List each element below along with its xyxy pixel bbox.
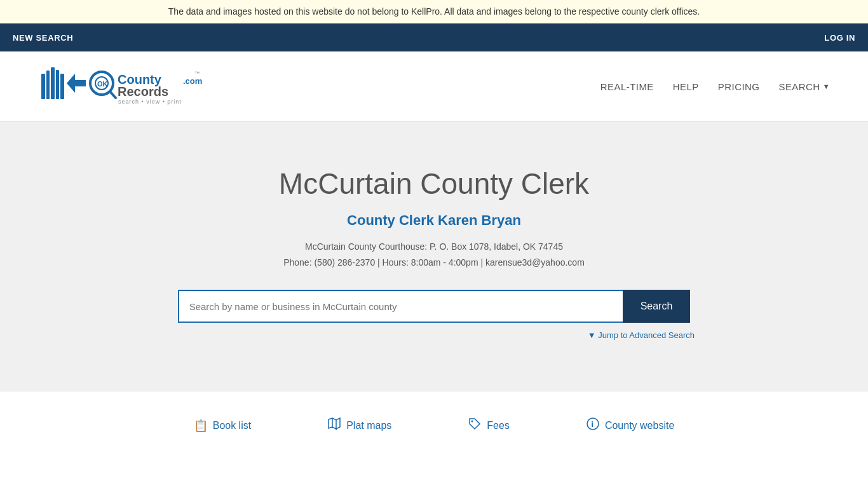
search-button[interactable]: Search (623, 290, 691, 323)
county-website-link[interactable]: i County website (586, 417, 674, 434)
page-title: McCurtain County Clerk (13, 166, 855, 201)
svg-rect-1 (46, 71, 50, 99)
search-bar-container: Search (13, 290, 855, 323)
book-list-label: Book list (213, 420, 251, 431)
book-list-icon: 📋 (194, 419, 208, 433)
plat-maps-icon (327, 417, 341, 434)
county-website-icon: i (586, 417, 600, 434)
chevron-down-icon: ▼ (823, 83, 830, 90)
fees-icon (468, 417, 482, 434)
log-in-link[interactable]: LOG IN (824, 33, 855, 43)
top-navigation: NEW SEARCH LOG IN (0, 24, 868, 51)
banner-text: The data and images hosted on this websi… (168, 6, 700, 17)
pricing-link[interactable]: PRICING (718, 81, 760, 92)
new-search-link[interactable]: NEW SEARCH (13, 33, 73, 43)
svg-marker-5 (67, 74, 86, 93)
real-time-link[interactable]: REAL-TIME (600, 81, 654, 92)
site-logo[interactable]: OK County Records .com search • view • p… (38, 61, 216, 112)
svg-point-17 (471, 421, 473, 423)
search-nav-label: SEARCH (778, 81, 820, 92)
svg-text:.com: .com (183, 76, 202, 86)
search-dropdown-link[interactable]: SEARCH ▼ (778, 81, 830, 92)
logo-area: OK County Records .com search • view • p… (38, 61, 216, 112)
advanced-search-container: ▼ Jump to Advanced Search (173, 330, 695, 340)
site-header: OK County Records .com search • view • p… (0, 51, 868, 122)
book-list-link[interactable]: 📋 Book list (194, 417, 251, 434)
hero-section: McCurtain County Clerk County Clerk Kare… (0, 122, 868, 391)
svg-rect-2 (51, 67, 55, 99)
main-navigation: REAL-TIME HELP PRICING SEARCH ▼ (600, 81, 830, 92)
advanced-search-link[interactable]: ▼ Jump to Advanced Search (588, 330, 695, 340)
svg-text:OK: OK (97, 80, 108, 88)
svg-text:i: i (591, 420, 593, 429)
clerk-name: County Clerk Karen Bryan (13, 212, 855, 229)
footer-links-section: 📋 Book list Plat maps Fees (0, 391, 868, 459)
address-line2: Phone: (580) 286-2370 | Hours: 8:00am - … (13, 255, 855, 271)
address-info: McCurtain County Courthouse: P. O. Box 1… (13, 239, 855, 271)
svg-text:Records: Records (118, 85, 168, 98)
notice-banner: The data and images hosted on this websi… (0, 0, 868, 24)
svg-text:search • view • print: search • view • print (118, 98, 182, 105)
svg-rect-0 (41, 74, 45, 99)
plat-maps-label: Plat maps (346, 420, 391, 431)
help-link[interactable]: HELP (673, 81, 699, 92)
address-line1: McCurtain County Courthouse: P. O. Box 1… (13, 239, 855, 255)
svg-text:™: ™ (194, 71, 200, 76)
svg-rect-3 (56, 70, 59, 99)
svg-line-8 (110, 92, 116, 98)
search-input[interactable] (178, 290, 623, 323)
svg-rect-4 (60, 74, 64, 99)
county-website-label: County website (605, 420, 674, 431)
fees-link[interactable]: Fees (468, 417, 510, 434)
fees-label: Fees (487, 420, 510, 431)
plat-maps-link[interactable]: Plat maps (327, 417, 391, 434)
